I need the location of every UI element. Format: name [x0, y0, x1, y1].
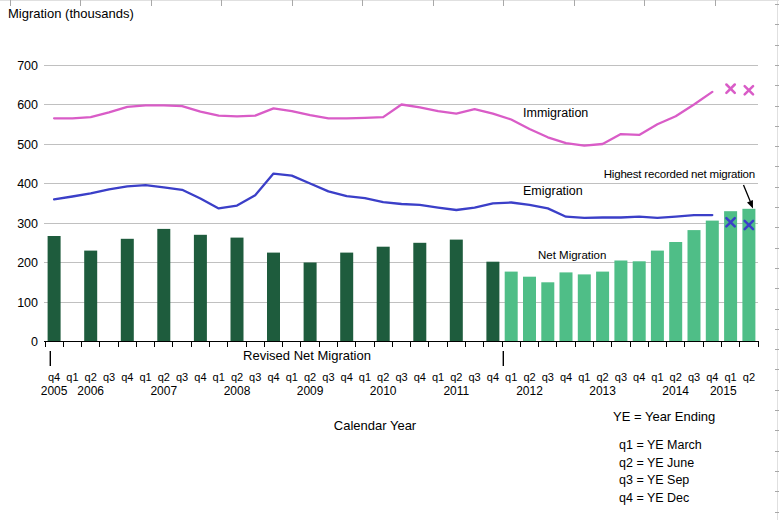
net-migration-bar — [633, 261, 646, 341]
quarter-label: q2 — [304, 371, 316, 383]
net-migration-bar — [541, 282, 554, 341]
quarter-label: q4 — [560, 371, 572, 383]
quarter-labels: q4q1q2q3q4q1q2q3q4q1q2q3q4q1q2q3q4q1q2q3… — [48, 371, 755, 383]
revised-net-migration-bar — [486, 262, 499, 342]
immigration-line — [54, 92, 712, 146]
legend-item-q2: q2 = YE June — [613, 455, 715, 473]
revised-net-migration-bar — [304, 263, 317, 342]
legend-item-q4: q4 = YE Dec — [613, 490, 715, 508]
quarter-label: q1 — [651, 371, 663, 383]
revised-net-migration-bar — [450, 240, 463, 342]
migration-chart-canvas: 0100200300400500600700q4q1q2q3q4q1q2q3q4… — [0, 0, 779, 520]
quarter-label: q2 — [743, 371, 755, 383]
quarter-label: q4 — [706, 371, 718, 383]
legend-item-q1: q1 = YE March — [613, 437, 715, 455]
year-label: 2005 — [41, 384, 68, 398]
net-migration-bar — [505, 272, 518, 342]
revised-net-migration-bar — [84, 251, 97, 342]
year-label: 2011 — [443, 384, 469, 398]
quarter-label: q1 — [139, 371, 151, 383]
immigration-series-label: Immigration — [523, 106, 588, 120]
year-labels: 2005200620072008200920102011201220132014… — [41, 384, 737, 398]
legend-item-q3: q3 = YE Sep — [613, 472, 715, 490]
x-axis-title: Calendar Year — [334, 419, 416, 434]
net-migration-bar — [669, 242, 682, 342]
quarter-label: q3 — [103, 371, 115, 383]
quarter-label: q3 — [322, 371, 334, 383]
x-axis — [44, 342, 759, 347]
revised-net-migration-bar — [157, 229, 170, 342]
year-label: 2009 — [297, 384, 324, 398]
quarter-label: q1 — [432, 371, 444, 383]
quarter-label: q4 — [341, 371, 353, 383]
quarter-legend: YE = Year Ending q1 = YE March q2 = YE J… — [613, 409, 715, 507]
quarter-label: q1 — [724, 371, 736, 383]
net-migration-bar — [560, 272, 573, 341]
year-label: 2013 — [589, 384, 616, 398]
year-label: 2007 — [150, 384, 177, 398]
net-migration-bar — [688, 230, 701, 341]
y-axis-label: 700 — [17, 59, 38, 73]
year-label: 2014 — [662, 384, 689, 398]
quarter-label: q2 — [450, 371, 462, 383]
net-migration-bars — [505, 209, 756, 342]
y-axis-label: 400 — [17, 177, 38, 191]
y-axis-label: 600 — [17, 98, 38, 112]
quarter-label: q2 — [85, 371, 97, 383]
net-migration-bar — [614, 261, 627, 342]
quarter-label: q2 — [158, 371, 170, 383]
quarter-label: q3 — [249, 371, 261, 383]
y-axis-label: 100 — [17, 296, 38, 310]
quarter-label: q2 — [377, 371, 389, 383]
revised-net-migration-bar — [340, 253, 353, 342]
arrow-shaft — [744, 185, 751, 202]
quarter-label: q2 — [596, 371, 608, 383]
highest-net-migration-arrow — [744, 185, 754, 209]
immigration-provisional-marker — [745, 86, 753, 94]
quarter-label: q2 — [670, 371, 682, 383]
year-label: 2008 — [224, 384, 251, 398]
net-migration-bar — [724, 211, 737, 341]
quarter-label: q1 — [505, 371, 517, 383]
quarter-label: q1 — [578, 371, 590, 383]
year-label: 2006 — [77, 384, 104, 398]
y-axis-label: 300 — [17, 217, 38, 231]
quarter-label: q4 — [121, 371, 133, 383]
y-axis-label: 0 — [31, 335, 38, 349]
immigration-provisional-markers — [726, 85, 753, 95]
net-migration-series-label: Net Migration — [538, 249, 606, 262]
y-axis-label: 200 — [17, 256, 38, 270]
revised-net-migration-bar — [231, 238, 244, 342]
quarter-label: q3 — [688, 371, 700, 383]
quarter-label: q1 — [286, 371, 298, 383]
y-axis-label: 500 — [17, 138, 38, 152]
net-migration-bar — [651, 251, 664, 342]
chart-title: Migration (thousands) — [8, 7, 134, 22]
immigration-provisional-marker — [726, 85, 734, 93]
revised-net-migration-bar — [267, 253, 280, 342]
revised-net-migration-bar — [194, 235, 207, 342]
quarter-label: q3 — [395, 371, 407, 383]
year-label: 2015 — [710, 384, 737, 398]
revised-net-migration-bar — [121, 239, 134, 342]
quarter-label: q1 — [359, 371, 371, 383]
quarter-label: q4 — [414, 371, 426, 383]
revised-net-migration-bar — [48, 236, 61, 342]
quarter-label: q4 — [48, 371, 60, 383]
quarter-label: q3 — [468, 371, 480, 383]
legend-heading: YE = Year Ending — [613, 409, 715, 424]
quarter-label: q4 — [633, 371, 645, 383]
quarter-label: q1 — [213, 371, 225, 383]
quarter-label: q4 — [487, 371, 499, 383]
net-migration-bar — [523, 277, 536, 342]
quarter-label: q4 — [194, 371, 206, 383]
y-axis-labels: 0100200300400500600700 — [17, 59, 38, 350]
revised-net-migration-label: Revised Net Migration — [243, 349, 371, 364]
quarter-label: q3 — [176, 371, 188, 383]
emigration-series-label: Emigration — [523, 184, 583, 198]
year-label: 2010 — [370, 384, 397, 398]
quarter-label: q1 — [66, 371, 78, 383]
quarter-label: q4 — [267, 371, 279, 383]
revised-net-migration-bar — [377, 247, 390, 342]
year-label: 2012 — [516, 384, 543, 398]
